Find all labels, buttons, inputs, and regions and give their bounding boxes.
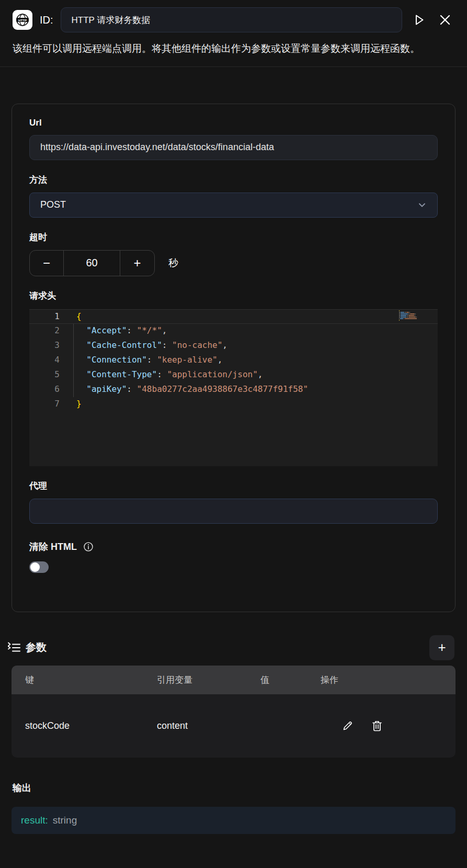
component-description: 该组件可以调用远程端点调用。将其他组件的输出作为参数或设置常量参数来调用远程函数… [13,41,454,57]
chevron-down-icon [417,200,427,210]
col-value: 值 [260,674,321,686]
code-line[interactable]: 4 "Connection": "keep-alive", [29,353,438,368]
params-header: 参数 + [7,635,454,660]
param-operations [321,720,442,732]
output-label: 输出 [13,782,454,794]
method-value: POST [40,199,66,210]
code-line[interactable]: 5 "Content-Type": "application/json", [29,368,438,382]
editor-minimap[interactable] [399,310,417,321]
id-label: ID: [40,14,53,26]
topbar: HTTP ID: HTTP 请求财务数据 [0,0,467,32]
line-number: 3 [29,339,60,353]
request-config-card: Url https://data-api.investoday.net/data… [12,104,455,612]
headers-code-editor[interactable]: 1{2 "Accept": "*/*",3 "Cache-Control": "… [29,309,438,466]
clear-html-label: 清除 HTML [29,540,77,553]
list-icon [7,641,21,655]
line-number: 6 [29,382,60,397]
method-label: 方法 [29,174,438,186]
svg-text:HTTP: HTTP [18,18,27,22]
code-text: "Cache-Control": "no-cache", [60,339,227,353]
code-lines: 1{2 "Accept": "*/*",3 "Cache-Control": "… [29,309,438,412]
code-text: "Accept": "*/*", [60,324,167,339]
divider [0,66,467,67]
edit-pencil-icon[interactable] [341,720,354,732]
line-number: 7 [29,397,60,412]
headers-label: 请求头 [29,290,438,302]
col-operations: 操作 [321,674,442,686]
output-field-type: string [53,815,77,826]
params-table-body: stockCode content [12,694,455,758]
method-select[interactable]: POST [29,193,438,218]
timeout-label: 超时 [29,231,438,243]
param-key: stockCode [25,720,157,731]
code-line[interactable]: 2 "Accept": "*/*", [29,324,438,339]
http-globe-icon: HTTP [13,10,32,30]
url-label: Url [29,118,438,128]
proxy-input[interactable] [29,499,438,524]
line-number: 5 [29,368,60,382]
code-text: } [60,397,82,412]
delete-trash-icon[interactable] [371,720,383,732]
url-value: https://data-api.investoday.net/data/sto… [40,142,274,153]
code-line[interactable]: 7} [29,397,438,412]
run-button[interactable] [409,10,428,29]
code-text: "Connection": "keep-alive", [60,353,222,368]
params-table: 键 引用变量 值 操作 stockCode content [12,666,455,758]
code-line[interactable]: 3 "Cache-Control": "no-cache", [29,339,438,353]
proxy-label: 代理 [29,480,438,492]
component-id-input[interactable]: HTTP 请求财务数据 [61,7,402,32]
params-title: 参数 [26,640,47,655]
indent-guide [73,324,74,397]
code-text: "apiKey": "48ba0277c2aa4938867e3c4877f91… [60,382,308,397]
code-text: "Content-Type": "application/json", [60,368,263,382]
timeout-stepper: − 60 + [29,250,155,276]
line-number: 1 [29,310,60,323]
add-param-button[interactable]: + [429,635,454,660]
code-line[interactable]: 1{ [29,309,438,324]
close-icon[interactable] [436,10,454,29]
output-field-name: result: [21,815,48,826]
line-number: 4 [29,353,60,368]
component-id-value: HTTP 请求财务数据 [72,14,151,26]
toggle-knob [30,562,40,572]
output-field[interactable]: result: string [12,807,455,834]
table-row[interactable]: stockCode content [12,694,455,758]
http-component-panel: HTTP ID: HTTP 请求财务数据 该组件可以调用远程端点调用。将其他组件… [0,0,467,868]
timeout-unit: 秒 [168,256,178,270]
clear-html-row: 清除 HTML [29,540,438,553]
timeout-increment-button[interactable]: + [120,251,154,276]
url-input[interactable]: https://data-api.investoday.net/data/sto… [29,135,438,160]
params-table-header: 键 引用变量 值 操作 [12,666,455,694]
col-key: 键 [25,674,157,686]
timeout-value[interactable]: 60 [64,251,120,276]
line-number: 2 [29,324,60,339]
timeout-decrement-button[interactable]: − [30,251,64,276]
code-line[interactable]: 6 "apiKey": "48ba0277c2aa4938867e3c4877f… [29,382,438,397]
clear-html-toggle[interactable] [29,561,49,573]
code-text: { [60,310,82,323]
col-ref-variable: 引用变量 [157,674,260,686]
param-ref: content [157,720,260,731]
timeout-row: − 60 + 秒 [29,250,438,276]
info-icon[interactable] [83,542,94,552]
